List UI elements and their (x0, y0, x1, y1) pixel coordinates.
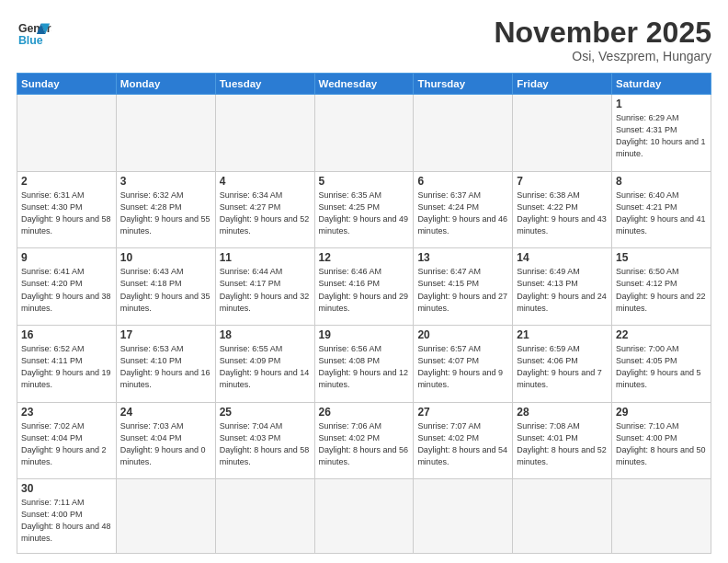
day-info: Sunrise: 6:57 AMSunset: 4:07 PMDaylight:… (417, 343, 508, 391)
day-number: 29 (616, 406, 707, 419)
month-title: November 2025 (494, 17, 711, 49)
calendar-cell: 5Sunrise: 6:35 AMSunset: 4:25 PMDaylight… (314, 171, 414, 248)
day-number: 6 (417, 175, 508, 188)
day-info: Sunrise: 6:46 AMSunset: 4:16 PMDaylight:… (319, 266, 410, 314)
day-info: Sunrise: 6:34 AMSunset: 4:27 PMDaylight:… (220, 190, 311, 237)
calendar-cell (314, 479, 414, 554)
header-thursday: Thursday (414, 74, 513, 95)
day-info: Sunrise: 6:41 AMSunset: 4:20 PMDaylight:… (21, 266, 112, 314)
calendar-cell (215, 95, 314, 172)
day-info: Sunrise: 7:07 AMSunset: 4:02 PMDaylight:… (417, 420, 508, 468)
day-number: 24 (120, 406, 211, 419)
day-number: 25 (220, 406, 311, 419)
calendar-cell: 28Sunrise: 7:08 AMSunset: 4:01 PMDayligh… (513, 402, 612, 479)
day-info: Sunrise: 6:37 AMSunset: 4:24 PMDaylight:… (417, 190, 508, 237)
day-number: 23 (21, 406, 112, 419)
day-info: Sunrise: 6:32 AMSunset: 4:28 PMDaylight:… (120, 190, 211, 237)
day-number: 17 (120, 328, 211, 341)
day-number: 21 (517, 328, 608, 341)
calendar-cell: 30Sunrise: 7:11 AMSunset: 4:00 PMDayligh… (17, 479, 117, 554)
day-info: Sunrise: 6:52 AMSunset: 4:11 PMDaylight:… (21, 343, 112, 391)
day-info: Sunrise: 6:40 AMSunset: 4:21 PMDaylight:… (616, 190, 707, 237)
day-info: Sunrise: 7:10 AMSunset: 4:00 PMDaylight:… (616, 420, 707, 468)
calendar-cell (116, 95, 215, 172)
calendar-row: 9Sunrise: 6:41 AMSunset: 4:20 PMDaylight… (17, 248, 711, 326)
calendar-cell: 12Sunrise: 6:46 AMSunset: 4:16 PMDayligh… (314, 248, 414, 326)
day-number: 28 (517, 406, 608, 419)
day-info: Sunrise: 6:35 AMSunset: 4:25 PMDaylight:… (319, 190, 410, 237)
header: General Blue November 2025 Osi, Veszprem… (17, 17, 711, 63)
day-info: Sunrise: 6:31 AMSunset: 4:30 PMDaylight:… (21, 190, 112, 237)
day-info: Sunrise: 6:50 AMSunset: 4:12 PMDaylight:… (616, 266, 707, 314)
calendar-cell: 23Sunrise: 7:02 AMSunset: 4:04 PMDayligh… (17, 402, 117, 479)
day-info: Sunrise: 7:02 AMSunset: 4:04 PMDaylight:… (21, 420, 112, 468)
day-number: 1 (616, 98, 707, 110)
day-info: Sunrise: 6:38 AMSunset: 4:22 PMDaylight:… (517, 190, 608, 237)
calendar-row: 23Sunrise: 7:02 AMSunset: 4:04 PMDayligh… (17, 402, 711, 479)
calendar-cell (215, 479, 314, 554)
day-number: 7 (517, 175, 608, 188)
calendar-cell (414, 479, 513, 554)
day-number: 19 (319, 328, 410, 341)
logo: General Blue (17, 17, 51, 52)
svg-text:Blue: Blue (18, 34, 43, 47)
day-number: 8 (616, 175, 707, 188)
day-info: Sunrise: 7:04 AMSunset: 4:03 PMDaylight:… (220, 420, 311, 468)
calendar-cell: 18Sunrise: 6:55 AMSunset: 4:09 PMDayligh… (215, 326, 314, 403)
day-info: Sunrise: 6:56 AMSunset: 4:08 PMDaylight:… (319, 343, 410, 391)
calendar-cell: 16Sunrise: 6:52 AMSunset: 4:11 PMDayligh… (17, 326, 117, 403)
header-sunday: Sunday (17, 74, 117, 95)
calendar-cell (116, 479, 215, 554)
calendar-cell: 4Sunrise: 6:34 AMSunset: 4:27 PMDaylight… (215, 171, 314, 248)
day-number: 26 (319, 406, 410, 419)
calendar-cell: 25Sunrise: 7:04 AMSunset: 4:03 PMDayligh… (215, 402, 314, 479)
day-number: 20 (417, 328, 508, 341)
day-info: Sunrise: 6:47 AMSunset: 4:15 PMDaylight:… (417, 266, 508, 314)
day-info: Sunrise: 6:49 AMSunset: 4:13 PMDaylight:… (517, 266, 608, 314)
day-number: 9 (21, 251, 112, 264)
calendar-cell: 20Sunrise: 6:57 AMSunset: 4:07 PMDayligh… (414, 326, 513, 403)
header-wednesday: Wednesday (314, 74, 414, 95)
calendar-cell (612, 479, 711, 554)
calendar-cell: 22Sunrise: 7:00 AMSunset: 4:05 PMDayligh… (612, 326, 711, 403)
calendar-cell: 10Sunrise: 6:43 AMSunset: 4:18 PMDayligh… (116, 248, 215, 326)
calendar-cell (414, 95, 513, 172)
calendar-cell: 29Sunrise: 7:10 AMSunset: 4:00 PMDayligh… (612, 402, 711, 479)
calendar-cell: 11Sunrise: 6:44 AMSunset: 4:17 PMDayligh… (215, 248, 314, 326)
calendar-cell: 26Sunrise: 7:06 AMSunset: 4:02 PMDayligh… (314, 402, 414, 479)
day-number: 4 (220, 175, 311, 188)
calendar-row: 1Sunrise: 6:29 AMSunset: 4:31 PMDaylight… (17, 95, 711, 172)
calendar-cell: 21Sunrise: 6:59 AMSunset: 4:06 PMDayligh… (513, 326, 612, 403)
calendar-cell: 8Sunrise: 6:40 AMSunset: 4:21 PMDaylight… (612, 171, 711, 248)
day-number: 27 (417, 406, 508, 419)
calendar-cell (513, 95, 612, 172)
calendar-cell: 24Sunrise: 7:03 AMSunset: 4:04 PMDayligh… (116, 402, 215, 479)
day-number: 18 (220, 328, 311, 341)
calendar-cell: 7Sunrise: 6:38 AMSunset: 4:22 PMDaylight… (513, 171, 612, 248)
day-number: 30 (21, 482, 112, 495)
day-number: 22 (616, 328, 707, 341)
calendar-cell (17, 95, 117, 172)
day-number: 14 (517, 251, 608, 264)
calendar-cell: 17Sunrise: 6:53 AMSunset: 4:10 PMDayligh… (116, 326, 215, 403)
title-block: November 2025 Osi, Veszprem, Hungary (494, 17, 711, 63)
calendar-row: 30Sunrise: 7:11 AMSunset: 4:00 PMDayligh… (17, 479, 711, 554)
header-saturday: Saturday (612, 74, 711, 95)
calendar-row: 2Sunrise: 6:31 AMSunset: 4:30 PMDaylight… (17, 171, 711, 248)
day-info: Sunrise: 7:06 AMSunset: 4:02 PMDaylight:… (319, 420, 410, 468)
day-number: 10 (120, 251, 211, 264)
day-number: 13 (417, 251, 508, 264)
day-info: Sunrise: 6:29 AMSunset: 4:31 PMDaylight:… (616, 112, 707, 160)
day-number: 11 (220, 251, 311, 264)
calendar-cell: 19Sunrise: 6:56 AMSunset: 4:08 PMDayligh… (314, 326, 414, 403)
day-info: Sunrise: 7:08 AMSunset: 4:01 PMDaylight:… (517, 420, 608, 468)
location-subtitle: Osi, Veszprem, Hungary (494, 49, 711, 63)
weekday-header-row: Sunday Monday Tuesday Wednesday Thursday… (17, 74, 711, 95)
header-monday: Monday (116, 74, 215, 95)
calendar-cell: 1Sunrise: 6:29 AMSunset: 4:31 PMDaylight… (612, 95, 711, 172)
calendar-cell: 9Sunrise: 6:41 AMSunset: 4:20 PMDaylight… (17, 248, 117, 326)
header-friday: Friday (513, 74, 612, 95)
day-info: Sunrise: 7:03 AMSunset: 4:04 PMDaylight:… (120, 420, 211, 468)
calendar-table: Sunday Monday Tuesday Wednesday Thursday… (17, 73, 711, 554)
day-number: 2 (21, 175, 112, 188)
